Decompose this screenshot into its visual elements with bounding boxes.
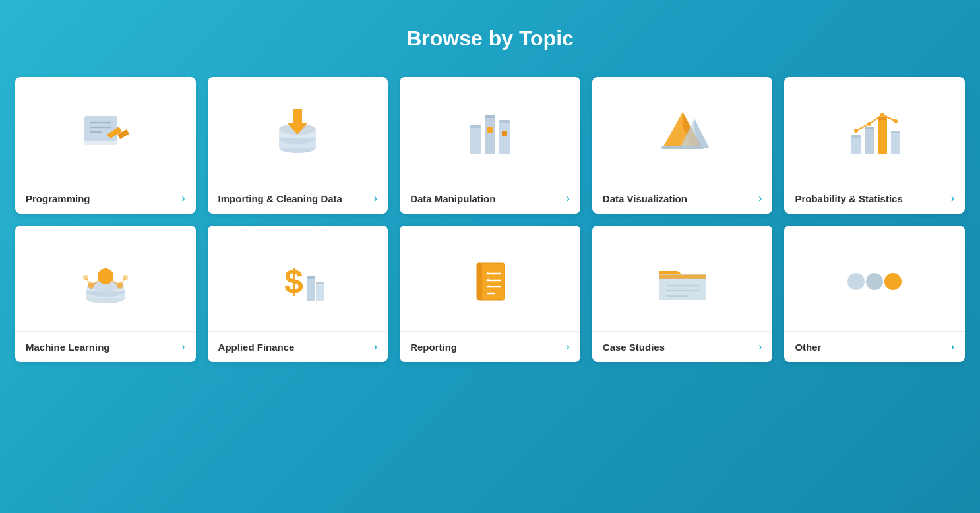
svg-rect-29 [891,132,900,154]
card-icon-area-manipulation [400,77,580,183]
card-label-reporting: Reporting [410,342,457,353]
svg-point-71 [884,273,902,290]
card-icon-area-statistics [784,77,965,183]
card-importing[interactable]: Importing & Cleaning Data › [208,77,388,214]
chevron-importing: › [374,193,377,204]
card-footer-casestudies: Case Studies › [592,331,773,362]
svg-rect-26 [865,127,874,129]
card-visualization[interactable]: Data Visualization › [592,77,773,214]
card-footer-statistics: Probability & Statistics › [784,183,965,214]
card-footer-other: Other › [784,331,965,362]
card-icon-area-importing [208,77,388,183]
svg-rect-25 [865,128,874,154]
svg-rect-17 [502,131,507,136]
card-icon-area-programming [15,77,196,183]
chevron-statistics: › [951,193,954,204]
card-icon-area-finance: $ [208,226,388,331]
svg-rect-30 [891,131,900,133]
card-footer-importing: Importing & Cleaning Data › [208,183,388,214]
card-footer-ml: Machine Learning › [15,331,196,362]
svg-text:✓: ✓ [485,270,490,276]
svg-rect-51 [307,276,315,279]
svg-rect-15 [499,120,510,123]
card-label-statistics: Probability & Statistics [795,193,902,204]
card-reporting[interactable]: ✓ ✓ ✓ Reporting › [400,226,580,362]
card-footer-finance: Applied Finance › [208,331,388,362]
card-programming[interactable]: Programming › [15,77,196,214]
chevron-other: › [951,341,954,353]
card-icon-area-ml [15,226,196,331]
card-ml[interactable]: Machine Learning › [15,226,196,362]
card-icon-area-other [784,226,965,331]
svg-rect-14 [499,121,510,154]
page-title: Browse by Topic [406,26,574,51]
chevron-casestudies: › [758,341,762,353]
card-icon-area-visualization [592,77,773,183]
card-footer-visualization: Data Visualization › [592,183,773,214]
svg-rect-27 [878,119,887,154]
svg-rect-12 [485,117,495,154]
card-footer-programming: Programming › [15,183,196,214]
card-footer-reporting: Reporting › [400,331,580,362]
card-icon-area-casestudies [592,226,773,331]
card-casestudies[interactable]: Case Studies › [592,226,773,362]
svg-text:✓: ✓ [485,277,490,283]
card-footer-manipulation: Data Manipulation › [400,183,580,214]
chevron-manipulation: › [566,193,569,204]
svg-text:✓: ✓ [485,284,490,289]
svg-rect-53 [316,282,324,284]
svg-rect-68 [659,274,706,278]
card-label-other: Other [795,342,821,353]
svg-rect-22 [661,146,704,149]
svg-rect-56 [477,263,482,300]
svg-text:$: $ [284,262,303,301]
topic-grid: Programming › Importing & Cleaning Data … [15,77,965,362]
card-label-programming: Programming [26,193,90,204]
svg-rect-52 [316,283,324,301]
card-label-finance: Applied Finance [218,342,295,353]
svg-rect-11 [470,125,481,128]
chevron-finance: › [374,341,377,353]
card-icon-area-reporting: ✓ ✓ ✓ [400,226,580,331]
card-label-manipulation: Data Manipulation [410,193,495,204]
svg-point-69 [847,273,865,290]
card-other[interactable]: Other › [784,226,965,362]
card-label-importing: Importing & Cleaning Data [218,193,342,204]
svg-rect-23 [851,136,861,154]
chevron-programming: › [181,193,185,204]
svg-rect-10 [470,127,481,154]
chevron-visualization: › [758,193,762,204]
svg-point-70 [866,273,883,290]
card-label-visualization: Data Visualization [603,193,687,204]
card-finance[interactable]: $ Applied Finance › [208,226,388,362]
svg-rect-13 [485,115,495,118]
svg-rect-16 [487,127,493,133]
card-label-casestudies: Case Studies [603,342,665,353]
card-manipulation[interactable]: Data Manipulation › [400,77,580,214]
svg-rect-50 [307,278,315,301]
svg-rect-24 [851,135,861,138]
chevron-reporting: › [566,341,569,353]
chevron-ml: › [181,341,185,353]
card-label-ml: Machine Learning [26,342,110,353]
card-statistics[interactable]: Probability & Statistics › [784,77,965,214]
